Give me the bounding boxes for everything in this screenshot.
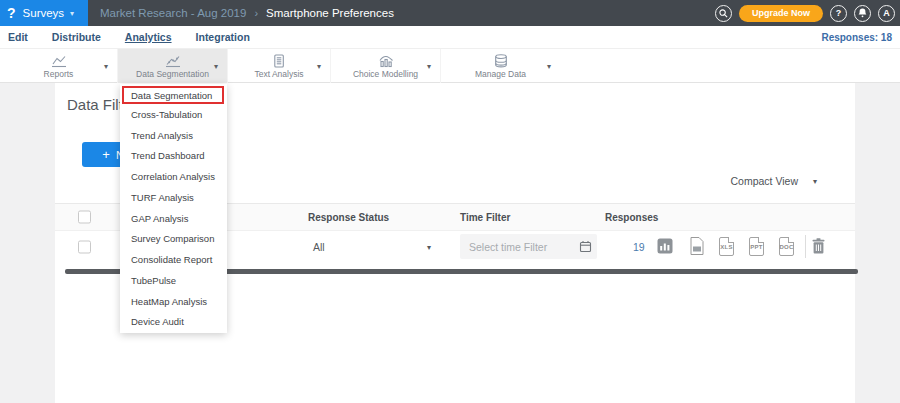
- row-checkbox[interactable]: [78, 240, 91, 253]
- menu-item-turf-analysis[interactable]: TURF Analysis: [120, 187, 227, 208]
- scatter-chart-icon: [164, 54, 182, 68]
- select-all-checkbox[interactable]: [78, 211, 91, 224]
- menu-item-correlation-analysis[interactable]: Correlation Analysis: [120, 166, 227, 187]
- analytics-toolbar: Reports ▾ Data Segmentation ▾ Text Analy…: [0, 48, 900, 83]
- chevron-down-icon: ▾: [547, 62, 551, 71]
- view-report-button[interactable]: [657, 238, 673, 254]
- nav-item-analytics[interactable]: Analytics: [125, 31, 172, 43]
- menu-item-device-audit[interactable]: Device Audit: [120, 312, 227, 333]
- responses-count: Responses: 18: [821, 32, 900, 43]
- actions-divider: [805, 235, 806, 258]
- database-icon: [493, 54, 509, 68]
- compact-view-label: Compact View: [730, 175, 798, 187]
- xls-file-icon: XLS: [720, 244, 732, 250]
- toolbar-data-segmentation[interactable]: Data Segmentation ▾: [117, 49, 227, 83]
- chevron-down-icon: ▾: [70, 9, 74, 18]
- document-export-button[interactable]: [690, 237, 704, 255]
- column-header-responses: Responses: [605, 212, 658, 223]
- product-switcher[interactable]: ? Surveys ▾: [0, 0, 88, 26]
- line-chart-icon: [50, 54, 68, 68]
- menu-item-tubepulse[interactable]: TubePulse: [120, 270, 227, 291]
- chevron-down-icon: ▾: [317, 62, 321, 71]
- export-doc-button[interactable]: DOC: [779, 237, 794, 256]
- search-icon: [719, 9, 728, 18]
- questionpro-logo-icon: ?: [7, 5, 16, 21]
- breadcrumb-current: Smartphone Preferences: [266, 7, 394, 19]
- menu-item-data-segmentation[interactable]: Data Segmentation: [122, 86, 224, 104]
- breadcrumb-parent[interactable]: Market Research - Aug 2019: [100, 7, 246, 19]
- breadcrumb-separator-icon: ›: [254, 7, 258, 19]
- column-header-time-filter: Time Filter: [460, 212, 510, 223]
- nav-item-edit[interactable]: Edit: [8, 31, 28, 43]
- response-status-select[interactable]: All: [313, 241, 325, 253]
- text-report-icon: [270, 54, 288, 68]
- nav-item-distribute[interactable]: Distribute: [52, 31, 101, 43]
- column-header-response-status: Response Status: [308, 212, 389, 223]
- time-filter-input[interactable]: [460, 234, 597, 259]
- export-xls-button[interactable]: XLS: [719, 237, 734, 256]
- menu-item-trend-dashboard[interactable]: Trend Dashboard: [120, 146, 227, 167]
- plus-icon: +: [102, 147, 110, 162]
- delete-filter-button[interactable]: [812, 238, 825, 254]
- ppt-file-icon: PPT: [750, 244, 762, 250]
- chevron-down-icon: ▾: [104, 62, 108, 71]
- notifications-button[interactable]: [854, 5, 871, 22]
- toolbar-choice-modelling[interactable]: Choice Modelling ▾: [330, 49, 440, 83]
- breadcrumb: Market Research - Aug 2019 › Smartphone …: [100, 0, 394, 26]
- menu-item-cross-tabulation[interactable]: Cross-Tabulation: [120, 104, 227, 125]
- export-ppt-button[interactable]: PPT: [749, 237, 764, 256]
- toolbar-text-analysis[interactable]: Text Analysis ▾: [227, 49, 330, 83]
- toolbar-manage-data[interactable]: Manage Data ▾: [440, 49, 560, 83]
- app-window: ? Surveys ▾ Market Research - Aug 2019 ›…: [0, 0, 900, 403]
- toolbar-label: Reports: [44, 69, 74, 79]
- menu-item-consolidate-report[interactable]: Consolidate Report: [120, 249, 227, 270]
- toolbar-label: Choice Modelling: [353, 69, 418, 79]
- data-segmentation-dropdown-menu: Data Segmentation Cross-Tabulation Trend…: [120, 84, 227, 333]
- chevron-down-icon: ▾: [214, 62, 218, 71]
- avatar[interactable]: A: [878, 5, 895, 22]
- chevron-down-icon: ▾: [427, 62, 431, 71]
- menu-item-heatmap-analysis[interactable]: HeatMap Analysis: [120, 291, 227, 312]
- compact-view-toggle[interactable]: Compact View ▾: [730, 175, 817, 187]
- trash-icon: [812, 238, 825, 254]
- bar-line-chart-icon: [377, 54, 395, 68]
- menu-item-gap-analysis[interactable]: GAP Analysis: [120, 208, 227, 229]
- survey-nav: Edit Distribute Analytics Integration Re…: [0, 26, 900, 48]
- help-button[interactable]: ?: [830, 5, 847, 22]
- menu-item-trend-analysis[interactable]: Trend Analysis: [120, 125, 227, 146]
- topbar-actions: Upgrade Now ? A: [715, 0, 895, 26]
- upgrade-now-button[interactable]: Upgrade Now: [739, 5, 823, 22]
- bell-icon: [858, 8, 867, 18]
- chevron-down-icon: ▾: [813, 177, 817, 186]
- toolbar-reports[interactable]: Reports ▾: [0, 49, 117, 83]
- nav-item-integration[interactable]: Integration: [196, 31, 250, 43]
- document-icon: [690, 237, 704, 255]
- row-responses-count[interactable]: 19: [633, 241, 645, 253]
- toolbar-label: Data Segmentation: [136, 69, 209, 79]
- toolbar-label: Manage Data: [475, 69, 526, 79]
- chevron-down-icon[interactable]: ▾: [427, 242, 431, 251]
- doc-file-icon: DOC: [780, 244, 794, 250]
- product-name: Surveys: [23, 7, 65, 19]
- search-button[interactable]: [715, 5, 732, 22]
- calendar-icon[interactable]: [579, 240, 592, 253]
- toolbar-label: Text Analysis: [254, 69, 303, 79]
- top-bar: ? Surveys ▾ Market Research - Aug 2019 ›…: [0, 0, 900, 26]
- bar-chart-icon: [657, 238, 673, 254]
- menu-item-survey-comparison[interactable]: Survey Comparison: [120, 229, 227, 250]
